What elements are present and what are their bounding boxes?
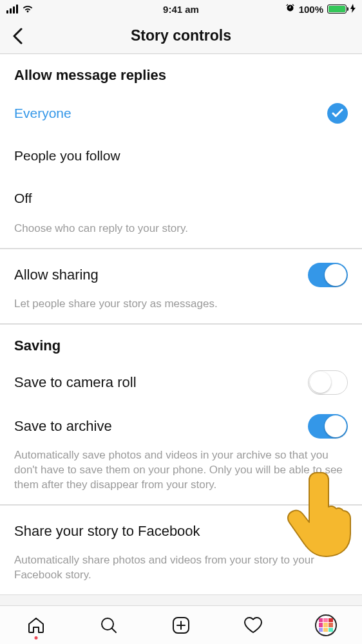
save-camera-roll-toggle[interactable]	[308, 370, 348, 395]
profile-avatar	[315, 614, 337, 636]
saving-heading: Saving	[14, 337, 348, 354]
replies-hint: Choose who can reply to your story.	[14, 222, 348, 236]
share-facebook-row[interactable]: Share your story to Facebook	[14, 518, 348, 544]
notification-dot	[35, 636, 38, 639]
save-camera-roll-row[interactable]: Save to camera roll	[14, 370, 348, 395]
allow-sharing-label: Allow sharing	[14, 267, 99, 283]
back-button[interactable]	[6, 25, 28, 47]
reply-option-label: People you follow	[14, 148, 120, 164]
reply-option-off[interactable]: Off	[14, 187, 348, 210]
reply-option-label: Off	[14, 191, 32, 206]
replies-heading: Allow message replies	[14, 67, 348, 84]
section-saving: Saving Save to camera roll Save to archi…	[0, 324, 362, 505]
section-share-facebook: Share your story to Facebook Automatical…	[0, 505, 362, 595]
reply-option-label: Everyone	[14, 106, 71, 121]
share-facebook-toggle[interactable]	[308, 519, 348, 544]
save-archive-row[interactable]: Save to archive	[14, 413, 348, 439]
tab-new-post[interactable]	[168, 612, 194, 638]
chevron-left-icon	[12, 28, 23, 44]
share-facebook-hint: Automatically share photos and videos fr…	[14, 553, 348, 583]
section-allow-sharing: Allow sharing Let people share your stor…	[0, 249, 362, 324]
charging-icon	[350, 4, 356, 15]
tab-profile[interactable]	[313, 612, 339, 638]
save-archive-toggle[interactable]	[308, 414, 348, 439]
battery-pct: 100%	[299, 4, 323, 15]
page-title: Story controls	[131, 27, 231, 44]
nav-header: Story controls	[0, 18, 362, 54]
allow-sharing-row[interactable]: Allow sharing	[14, 262, 348, 288]
battery-icon	[327, 5, 347, 14]
reply-option-followed[interactable]: People you follow	[14, 144, 348, 167]
signal-icon	[6, 5, 18, 14]
home-icon	[26, 616, 46, 635]
wifi-icon	[22, 4, 33, 15]
reply-option-everyone[interactable]: Everyone	[14, 102, 348, 125]
status-bar: 9:41 am 100%	[0, 0, 362, 18]
checkmark-icon	[327, 103, 348, 124]
tab-search[interactable]	[96, 612, 122, 638]
share-facebook-label: Share your story to Facebook	[14, 523, 200, 540]
tab-home[interactable]	[23, 612, 49, 638]
heart-icon	[243, 616, 263, 635]
save-archive-label: Save to archive	[14, 418, 112, 435]
allow-sharing-hint: Let people share your story as messages.	[14, 297, 348, 312]
plus-square-icon	[171, 616, 191, 635]
search-icon	[99, 616, 119, 635]
tab-activity[interactable]	[240, 612, 266, 638]
allow-sharing-toggle[interactable]	[308, 263, 348, 287]
saving-hint: Automatically save photos and videos in …	[14, 448, 348, 493]
save-camera-roll-label: Save to camera roll	[14, 374, 137, 391]
tab-bar	[0, 605, 362, 644]
alarm-icon	[285, 3, 295, 15]
section-message-replies: Allow message replies Everyone People yo…	[0, 54, 362, 249]
